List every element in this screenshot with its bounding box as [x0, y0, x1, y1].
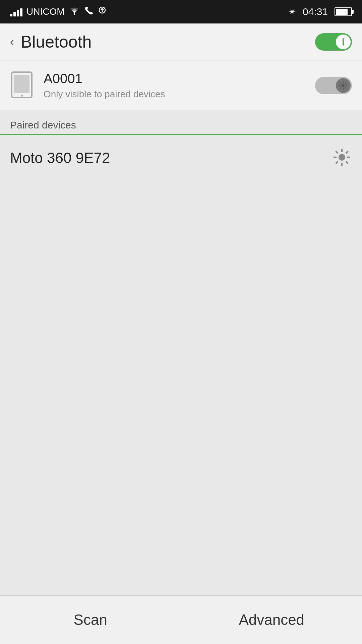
signal-bar-3: [17, 10, 19, 16]
paired-devices-header: Paired devices: [0, 110, 362, 135]
paired-device-name: Moto 360 9E72: [10, 150, 110, 166]
signal-bar-4: [20, 8, 22, 16]
device-toggle-knob: [336, 78, 351, 93]
status-bar: UNICOM ✴ 04:31: [0, 0, 362, 23]
wifi-icon: [69, 6, 80, 18]
device-info-left: A0001 Only visible to paired devices: [10, 71, 165, 100]
header-left: ‹ Bluetooth: [10, 32, 92, 52]
back-button[interactable]: ‹: [10, 35, 14, 49]
device-settings-icon[interactable]: [332, 147, 352, 169]
signal-bar-2: [13, 12, 16, 16]
bottom-buttons: Scan Advanced: [0, 595, 362, 644]
status-left: UNICOM: [10, 6, 107, 18]
device-visibility-toggle[interactable]: [315, 77, 352, 94]
header: ‹ Bluetooth: [0, 23, 362, 60]
bluetooth-toggle[interactable]: [315, 33, 352, 51]
upload-icon: [98, 6, 107, 18]
signal-bar-1: [10, 14, 12, 16]
scan-button[interactable]: Scan: [0, 596, 181, 644]
bluetooth-status-icon: ✴: [288, 6, 296, 17]
signal-bars: [10, 7, 22, 16]
device-text-block: A0001 Only visible to paired devices: [44, 71, 165, 100]
main-content: [0, 181, 362, 622]
device-info-section: A0001 Only visible to paired devices: [0, 61, 362, 110]
status-time: 04:31: [303, 6, 328, 17]
svg-rect-3: [14, 75, 29, 93]
device-tablet-icon: [10, 71, 34, 100]
page-title: Bluetooth: [21, 32, 92, 52]
status-right: ✴ 04:31: [288, 6, 352, 17]
paired-devices-label: Paired devices: [10, 119, 76, 130]
phone-icon: [84, 6, 94, 18]
svg-point-4: [21, 95, 23, 97]
device-list: Moto 360 9E72: [0, 135, 362, 181]
device-name: A0001: [44, 71, 165, 86]
carrier-name: UNICOM: [26, 6, 65, 17]
battery-container: [335, 7, 352, 16]
svg-point-5: [342, 84, 345, 87]
battery-fill: [336, 9, 348, 15]
device-visibility-text: Only visible to paired devices: [44, 89, 165, 100]
svg-point-0: [73, 13, 75, 15]
table-row[interactable]: Moto 360 9E72: [0, 135, 362, 181]
toggle-line-indicator: [343, 38, 344, 46]
battery-icon: [335, 7, 352, 16]
advanced-button[interactable]: Advanced: [181, 596, 362, 644]
toggle-knob: [336, 35, 351, 49]
